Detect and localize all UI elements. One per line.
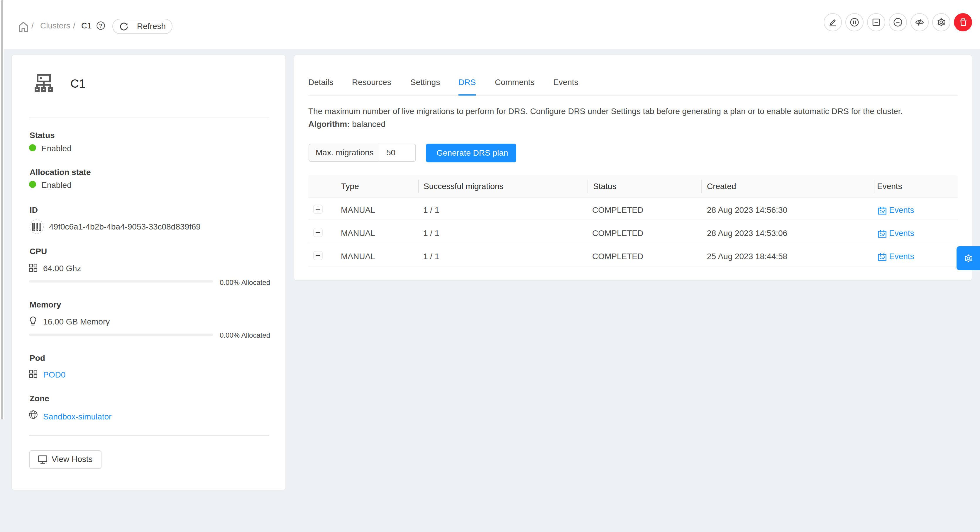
svg-text:?: ?: [99, 22, 103, 29]
